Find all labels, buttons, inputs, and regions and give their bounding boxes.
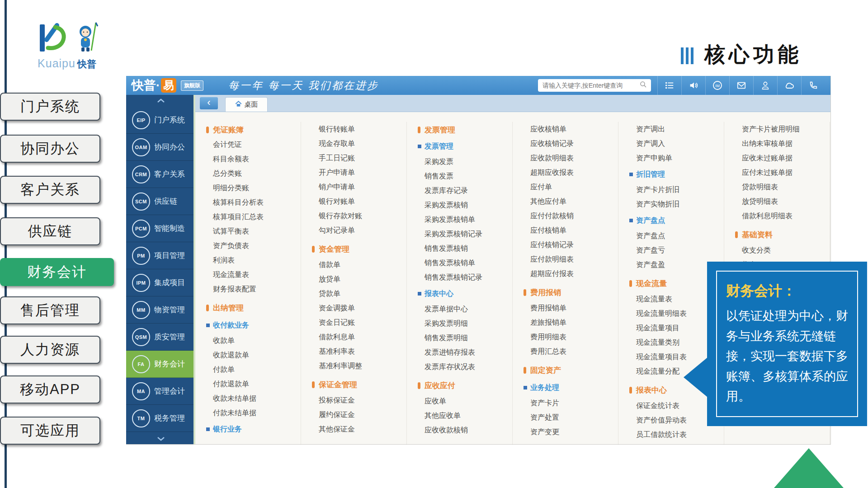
menu-entry[interactable]: 其他应付单 — [530, 194, 618, 209]
menu-entry[interactable]: 其他应收单 — [425, 408, 512, 423]
menu-entry[interactable]: 采购发票核销单 — [425, 212, 512, 227]
sidebar-module-button[interactable]: 可选应用 — [0, 417, 100, 445]
sidebar-module-button[interactable]: 客户关系 — [0, 176, 100, 204]
menu-entry[interactable]: 差旅报销单 — [530, 315, 618, 330]
menu-entry[interactable]: 应收款明细表 — [530, 151, 618, 165]
nav-module-item[interactable]: MA 管理会计 — [126, 378, 195, 405]
menu-entry[interactable]: 资金日记账 — [319, 315, 406, 330]
menu-entry[interactable]: 勾对记录单 — [319, 223, 406, 238]
nav-scroll-down[interactable] — [126, 433, 195, 444]
menu-entry[interactable]: 费用明细表 — [530, 330, 618, 344]
menu-entry[interactable]: 应收单 — [425, 394, 512, 408]
menu-entry[interactable]: 应收收款核销 — [425, 423, 512, 437]
menu-entry[interactable]: 手工日记账 — [319, 151, 406, 165]
menu-entry[interactable]: 应付核销单 — [530, 223, 618, 238]
menu-entry[interactable]: 借款单 — [319, 258, 406, 272]
menu-entry[interactable]: 销售发票 — [425, 169, 512, 183]
search-icon[interactable] — [639, 80, 647, 90]
menu-entry[interactable]: 投标保证金 — [319, 393, 406, 408]
menu-entry[interactable]: 销售发票核销 — [425, 241, 512, 256]
menu-entry[interactable]: 开户申请单 — [319, 165, 406, 180]
menu-entry[interactable]: 贷款明细表 — [742, 180, 830, 194]
menu-entry[interactable]: 资产卡片被用明细 — [742, 122, 830, 136]
menu-entry[interactable]: 应付未过账单据 — [742, 165, 830, 180]
menu-entry[interactable]: 采购发票核销 — [425, 198, 512, 212]
menu-entry[interactable]: 费用汇总表 — [530, 344, 618, 359]
menu-entry[interactable]: 银行存款对账 — [319, 209, 406, 223]
sidebar-module-button[interactable]: 门户系统 — [0, 93, 100, 121]
menu-entry[interactable]: 应付核销记录 — [530, 238, 618, 252]
nav-module-item[interactable]: SCM 供应链 — [126, 188, 195, 215]
menu-entry[interactable]: 核算科目分析表 — [213, 195, 301, 210]
menu-entry[interactable]: 销户申请单 — [319, 180, 406, 194]
menu-entry[interactable]: 应付付款核销 — [530, 209, 618, 223]
menu-entry[interactable]: 资产卡片折旧 — [636, 183, 724, 197]
menu-entry[interactable]: 资产卡片 — [530, 396, 618, 410]
list-icon[interactable] — [657, 76, 681, 95]
menu-entry[interactable]: 收支分类 — [742, 243, 830, 258]
menu-entry[interactable]: 资产盘亏 — [636, 243, 724, 258]
nav-module-item[interactable]: OAM 协同办公 — [126, 134, 195, 161]
menu-entry[interactable]: 财务报表配置 — [213, 282, 301, 296]
sidebar-module-button[interactable]: 人力资源 — [0, 336, 100, 364]
menu-entry[interactable]: 基准利率调整 — [319, 359, 406, 373]
menu-entry[interactable]: 资产盘点 — [636, 229, 724, 243]
menu-entry[interactable]: 借款利息明细表 — [742, 209, 830, 223]
menu-entry[interactable]: 核算项目汇总表 — [213, 210, 301, 224]
nav-module-item[interactable]: IPM 集成项目 — [126, 269, 195, 296]
menu-entry[interactable]: 超期应付报表 — [530, 267, 618, 281]
menu-entry[interactable]: 资金调拨单 — [319, 301, 406, 315]
menu-entry[interactable]: 其他保证金 — [319, 422, 406, 436]
menu-entry[interactable]: 基准利率表 — [319, 344, 406, 359]
menu-entry[interactable]: 付款单 — [213, 362, 301, 377]
menu-entry[interactable]: 收款未结单据 — [213, 391, 301, 406]
menu-entry[interactable]: 发票库存记录 — [425, 183, 512, 198]
menu-entry[interactable]: 科目余额表 — [213, 152, 301, 166]
menu-entry[interactable]: 现金流量表 — [213, 267, 301, 282]
nav-module-item[interactable]: CRM 客户关系 — [126, 161, 195, 188]
menu-entry[interactable]: 超期应收报表 — [530, 165, 618, 180]
im-icon[interactable]: IM — [705, 76, 729, 95]
menu-entry[interactable]: 收款单 — [213, 333, 301, 348]
nav-module-item[interactable]: QSM 质安管理 — [126, 324, 195, 351]
sidebar-module-button[interactable]: 供应链 — [0, 217, 100, 245]
sidebar-module-button[interactable]: 售后管理 — [0, 296, 100, 324]
sound-icon[interactable] — [681, 76, 705, 95]
menu-entry[interactable]: 放贷明细表 — [742, 194, 830, 209]
menu-entry[interactable]: 应付单 — [530, 180, 618, 194]
nav-module-item[interactable]: EIP 门户系统 — [126, 107, 195, 134]
menu-entry[interactable]: 销售发票核销单 — [425, 256, 512, 270]
menu-entry[interactable]: 付款退款单 — [213, 377, 301, 391]
menu-entry[interactable]: 应收核销记录 — [530, 136, 618, 151]
menu-entry[interactable]: 应收核销单 — [530, 122, 618, 136]
menu-entry[interactable]: 银行对账单 — [319, 194, 406, 209]
menu-entry[interactable]: 销售发票核销记录 — [425, 270, 512, 285]
global-search[interactable] — [538, 79, 651, 92]
nav-scroll-up[interactable] — [126, 95, 195, 107]
menu-entry[interactable]: 付款未结单据 — [213, 406, 301, 420]
menu-entry[interactable]: 会计凭证 — [213, 137, 301, 152]
menu-entry[interactable]: 贷款单 — [319, 286, 406, 301]
phone-icon[interactable] — [801, 76, 825, 95]
contact-icon[interactable] — [753, 76, 777, 95]
menu-entry[interactable]: 资产调出 — [636, 122, 724, 136]
menu-entry[interactable]: 明细分类账 — [213, 181, 301, 195]
search-input[interactable] — [542, 81, 639, 89]
menu-entry[interactable]: 利润表 — [213, 253, 301, 267]
menu-entry[interactable]: 员工借款统计表 — [636, 427, 724, 442]
menu-entry[interactable]: 现金存取单 — [319, 136, 406, 151]
menu-entry[interactable]: 采购发票核销记录 — [425, 227, 512, 241]
menu-entry[interactable]: 借款利息单 — [319, 330, 406, 344]
menu-entry[interactable]: 发票单据中心 — [425, 302, 512, 316]
cloud-icon[interactable] — [777, 76, 801, 95]
menu-entry[interactable]: 销售发票明细 — [425, 331, 512, 345]
menu-entry[interactable]: 应付款明细表 — [530, 252, 618, 267]
menu-entry[interactable]: 出纳未审核单据 — [742, 136, 830, 151]
nav-module-item[interactable]: FA 财务会计 — [126, 351, 195, 378]
menu-entry[interactable]: 收款退款单 — [213, 348, 301, 362]
menu-entry[interactable]: 发票进销存报表 — [425, 345, 512, 360]
menu-entry[interactable]: 资产调入 — [636, 136, 724, 151]
tab-desktop[interactable]: 桌面 — [225, 97, 268, 112]
nav-module-item[interactable]: PM 项目管理 — [126, 242, 195, 269]
mail-icon[interactable] — [729, 76, 753, 95]
